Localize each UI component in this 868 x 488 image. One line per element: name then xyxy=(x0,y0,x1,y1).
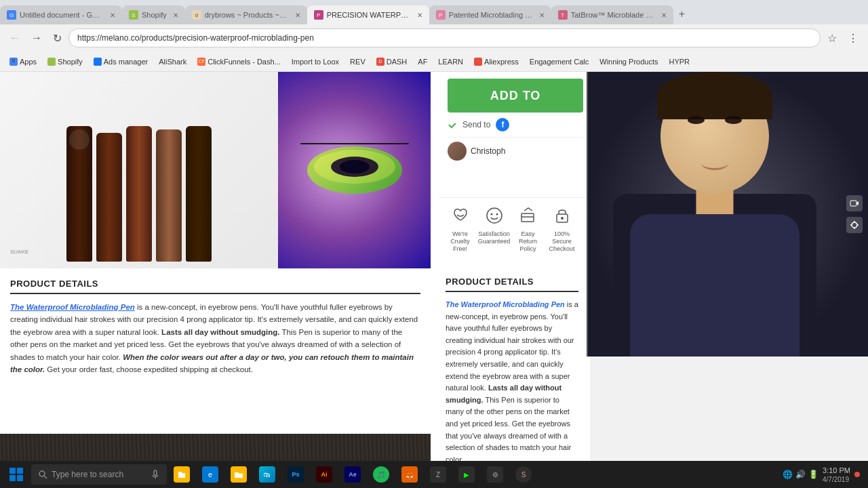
tab-3[interactable]: d drybrows ~ Products ~ M... ✕ xyxy=(185,5,307,24)
taskbar-icon-extra1[interactable]: Z xyxy=(425,461,452,488)
clickfunnels-icon: CF xyxy=(197,58,205,66)
notification-indicator[interactable] xyxy=(854,472,860,477)
bookmark-apps-label: Apps xyxy=(20,58,37,66)
taskbar-icon-folder[interactable] xyxy=(225,461,252,488)
bookmark-button[interactable]: ☆ xyxy=(823,29,841,47)
desc-text-3: This Pen is superior to many of the othe… xyxy=(446,396,571,464)
bookmark-learn-label: LEARN xyxy=(438,58,463,66)
bookmark-rev[interactable]: REV xyxy=(346,56,370,67)
menu-button[interactable]: ⋮ xyxy=(844,29,863,47)
bookmark-clickfunnels[interactable]: CF ClickFunnels - Dash... xyxy=(193,56,285,67)
tab-close-4[interactable]: ✕ xyxy=(417,12,422,19)
taskbar-icon-extra4[interactable]: S xyxy=(510,461,537,488)
bookmark-dash[interactable]: D DASH xyxy=(372,56,412,67)
cruelty-free-label: We're Cruelty Free! xyxy=(445,230,475,252)
tab-close-1[interactable]: ✕ xyxy=(110,12,115,19)
start-button[interactable] xyxy=(3,461,30,488)
forward-button[interactable]: → xyxy=(27,29,46,47)
bookmark-ads[interactable]: Ads manager xyxy=(90,56,152,67)
spotify-icon: 🎵 xyxy=(373,466,389,483)
webcam-icon-1[interactable] xyxy=(846,195,863,211)
tab-favicon-2: S xyxy=(129,10,138,20)
person-mouth xyxy=(701,157,728,170)
reload-button[interactable]: ↻ xyxy=(49,29,66,47)
eye-makeup-display xyxy=(278,72,431,268)
extra3-icon: ⚙ xyxy=(487,466,503,483)
tab-2[interactable]: S Shopify ✕ xyxy=(122,5,185,24)
ai-icon: Ai xyxy=(316,466,332,483)
bookmark-af[interactable]: AF xyxy=(414,56,431,67)
bookmark-import[interactable]: Import to Loox xyxy=(288,56,343,67)
taskbar-icon-files[interactable] xyxy=(168,461,195,488)
bookmark-engagement[interactable]: Engagement Calc xyxy=(526,56,593,67)
time-display: 3:10 PM xyxy=(823,466,850,476)
bookmark-winning[interactable]: Winning Products xyxy=(595,56,662,67)
desc-italic-blue: The Waterproof Microblading Pen xyxy=(446,300,565,308)
bookmark-dash-label: DASH xyxy=(387,58,408,66)
tab-favicon-3: d xyxy=(192,10,201,20)
bookmark-aliexpress[interactable]: Aliexpress xyxy=(470,56,523,67)
satisfaction-badge: Satisfaction Guaranteed xyxy=(479,203,509,252)
tab-close-6[interactable]: ✕ xyxy=(661,12,667,19)
new-tab-button[interactable]: + xyxy=(673,5,690,23)
tab-close-3[interactable]: ✕ xyxy=(295,12,300,19)
bookmark-learn[interactable]: LEARN xyxy=(434,56,467,67)
svg-point-1 xyxy=(490,214,492,216)
taskbar-icon-ae[interactable]: Ae xyxy=(339,461,366,488)
tab-close-2[interactable]: ✕ xyxy=(173,12,178,19)
files-icon xyxy=(174,466,190,483)
tab-favicon-5: P xyxy=(436,10,446,20)
tab-5[interactable]: P Patented Microblading Tat... ✕ xyxy=(429,5,551,24)
taskbar-icon-ai[interactable]: Ai xyxy=(311,461,338,488)
svg-rect-3 xyxy=(521,214,534,222)
tab-1[interactable]: G Untitled document - Goo... ✕ xyxy=(0,5,122,24)
taskbar-icon-spotify[interactable]: 🎵 xyxy=(368,461,395,488)
browser-chrome: G Untitled document - Goo... ✕ S Shopify… xyxy=(0,0,868,72)
webcam-icon-2[interactable] xyxy=(846,217,863,233)
add-to-cart-button[interactable]: ADD TO xyxy=(448,79,583,113)
tab-close-5[interactable]: ✕ xyxy=(539,12,545,19)
tab-title-4: PRECISION WATERPROOF... xyxy=(327,11,411,19)
bookmark-alishark[interactable]: AliShark xyxy=(155,56,191,67)
satisfaction-label: Satisfaction Guaranteed xyxy=(478,230,511,245)
bookmark-hypr[interactable]: HYPR xyxy=(665,56,694,67)
svg-point-5 xyxy=(561,217,564,220)
taskbar-search[interactable]: Type here to search xyxy=(31,464,167,485)
back-button[interactable]: ← xyxy=(5,29,24,47)
pen-bottle-2 xyxy=(96,133,122,262)
taskbar-icon-store[interactable]: 🛍 xyxy=(254,461,281,488)
tab-bar: G Untitled document - Goo... ✕ S Shopify… xyxy=(0,0,868,24)
taskbar-icon-extra3[interactable]: ⚙ xyxy=(481,461,509,488)
tab-title-6: TatBrow™ Microblade Pen... xyxy=(571,11,655,19)
tab-title-1: Untitled document - Goo... xyxy=(20,11,104,19)
address-bar[interactable]: https://melano.co/products/precision-wat… xyxy=(68,28,821,47)
person-eyes xyxy=(674,116,755,133)
tab-title-5: Patented Microblading Tat... xyxy=(449,11,533,19)
return-icon xyxy=(516,203,540,228)
taskbar-icon-extra2[interactable]: ▶ xyxy=(453,461,480,488)
pen-bottle-3 xyxy=(126,126,152,262)
main-text-d: Get your order fast, choose expedited sh… xyxy=(47,365,253,373)
svg-rect-6 xyxy=(850,201,856,206)
taskbar-icon-ps[interactable]: Ps xyxy=(282,461,309,488)
firefox-icon: 🦊 xyxy=(401,466,418,483)
tab-4[interactable]: P PRECISION WATERPROOF... ✕ xyxy=(307,5,429,24)
tab-6[interactable]: T TatBrow™ Microblade Pen... ✕ xyxy=(551,5,673,24)
bookmark-apps[interactable]: ⠿ Apps xyxy=(5,56,41,67)
taskbar-icon-edge[interactable]: e xyxy=(197,461,224,488)
main-image-area: SUAKE xyxy=(0,72,431,268)
bookmark-import-label: Import to Loox xyxy=(292,58,339,66)
taskbar-icon-ff[interactable]: 🦊 xyxy=(396,461,423,488)
trust-badges: We're Cruelty Free! Satisfaction Guarant… xyxy=(439,197,589,258)
secure-icon xyxy=(550,203,574,228)
bookmark-shopify[interactable]: Shopify xyxy=(43,56,87,67)
pen-bottle-1 xyxy=(66,126,92,262)
return-badge: Easy Return Policy xyxy=(513,203,543,252)
christoph-row: Christoph xyxy=(448,138,583,165)
person-body xyxy=(630,214,800,357)
date-display: 4/7/2019 xyxy=(823,476,850,483)
taskbar-app-icons: e 🛍 Ps Ai Ae xyxy=(168,461,537,488)
bookmark-cf-label: ClickFunnels - Dash... xyxy=(208,58,281,66)
extra4-icon: S xyxy=(515,466,532,483)
product-description: The Waterproof Microblading Pen is a new… xyxy=(446,299,578,466)
